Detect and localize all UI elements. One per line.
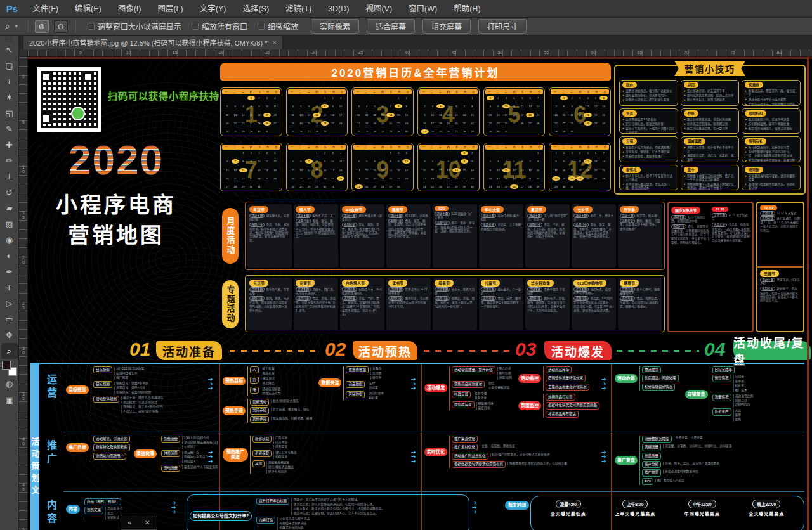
close-icon[interactable]: ✕ — [145, 519, 150, 526]
type-tool[interactable]: T — [1, 280, 18, 295]
branch-label: ROI — [642, 478, 653, 485]
tip-line: 分销海报一键转发，扩大传播范围 — [622, 150, 675, 154]
checkbox-icon[interactable] — [192, 23, 199, 30]
zoom-in-mode-button[interactable]: ⊕ — [35, 20, 49, 33]
clone-stamp-tool[interactable]: ⊥ — [1, 169, 18, 184]
marquee-tool[interactable]: ▢ — [1, 58, 18, 74]
branch: 新老客户占比客单复购 — [712, 408, 754, 422]
collapse-icon[interactable]: « — [128, 519, 132, 526]
leaf-line: 访问量 — [367, 386, 377, 390]
foreground-color-swatch[interactable] — [2, 361, 11, 370]
branch-label: 目标规划 — [93, 381, 112, 388]
day-cell: 10 — [494, 168, 502, 172]
magic-wand-tool[interactable]: ✶ — [1, 89, 18, 105]
options-button-1[interactable]: 适合屏幕 — [367, 19, 415, 34]
day-cell — [263, 184, 272, 189]
day-cell: 19 — [518, 113, 527, 117]
time-pill: 凌晨4:00 — [556, 500, 581, 508]
day-cell: 18 — [355, 176, 363, 181]
menu-item-8[interactable]: 视图(V) — [357, 0, 400, 18]
menu-item-9[interactable]: 窗口(W) — [400, 0, 445, 18]
branch-children: 对比2019年活动效果店铺同比增长率推广预算 — [114, 366, 144, 380]
day-cell: 18 — [510, 113, 518, 117]
menu-item-7[interactable]: 3D(D) — [320, 0, 357, 18]
document-tab[interactable]: 2020小程序电商营销地图.jpg @ 12.5% (扫码可以获得小程序扶持, … — [23, 35, 283, 49]
phase-dashes-2 — [617, 350, 699, 352]
industry-label: 适用行业 — [527, 223, 542, 227]
branch-children: 文案、海报图、活动海报 — [480, 444, 515, 448]
day-cell: 24 — [355, 129, 363, 134]
menu-item-4[interactable]: 文字(Y) — [192, 0, 235, 18]
options-button-0[interactable]: 实际像素 — [311, 19, 359, 34]
leaf-line: 朋友圈广告 — [182, 451, 208, 455]
day-cell — [232, 151, 240, 155]
options-button-2[interactable]: 填充屏幕 — [422, 19, 471, 34]
blur-tool[interactable]: ◉ — [1, 232, 18, 248]
leaf-line: 自媒体公众号合作 — [182, 455, 208, 459]
zoom-tool-icon[interactable]: ⌕ — [4, 21, 11, 32]
panel-grip[interactable]: ⣿⣿ — [5, 37, 14, 42]
day-cell: 28 — [379, 184, 387, 189]
day-cell: 8 — [534, 159, 542, 164]
color-swatches[interactable] — [2, 361, 17, 376]
tab-close-icon[interactable]: × — [272, 39, 276, 46]
checkbox-icon[interactable] — [258, 23, 265, 30]
options-button-3[interactable]: 打印尺寸 — [478, 19, 527, 34]
lasso-tool[interactable]: ≀ — [1, 74, 18, 89]
path-selection-tool[interactable]: ▷ — [1, 295, 18, 311]
calendar-month-12: 一二三四五六日121234567891011121314151617181920… — [549, 143, 611, 191]
screen-mode-button[interactable]: ▣ — [1, 392, 18, 408]
tool-preset-caret-icon[interactable]: ▾ — [15, 23, 18, 29]
pen-tool[interactable]: ✒ — [1, 264, 18, 280]
checkbox-icon[interactable] — [88, 23, 95, 30]
branch-label: 根据数据及时调整活动页面布局 — [452, 461, 506, 468]
branch: 货爆款测试热点爆品 — [250, 377, 280, 385]
menu-bar: Ps 文件(F)编辑(E)图像(I)图层(L)文字(Y)选择(S)滤镜(T)3D… — [0, 0, 812, 18]
eyedropper-tool[interactable]: ✎ — [1, 121, 18, 137]
option-checkbox-0[interactable]: 调整窗口大小以满屏显示 — [88, 21, 181, 32]
mindmap-cluster: 数据关注优惠券数据发券数使用数使用率商品数据支付访问量店铺数据访问转化率粉丝量 — [318, 366, 384, 400]
move-tool[interactable]: ↖ — [1, 42, 18, 58]
weekday-header: 一二三四五六日 — [485, 89, 544, 94]
option-checkbox-2[interactable]: 细微缩放 — [258, 21, 298, 32]
status-mini-panel[interactable]: «✕ — [121, 515, 157, 530]
branch: 商品流量 — [642, 453, 732, 460]
menu-item-3[interactable]: 图层(L) — [149, 0, 191, 18]
menu-item-0[interactable]: 文件(F) — [24, 0, 67, 18]
menu-item-1[interactable]: 编辑(E) — [67, 0, 110, 18]
crop-tool[interactable]: ◱ — [1, 105, 18, 121]
day-cell: 23 — [487, 184, 495, 189]
hand-tool[interactable]: ✥ — [1, 327, 18, 343]
ruler-number: 35 — [358, 50, 363, 55]
day-cell: 25 — [355, 184, 363, 189]
day-cell: 7 — [313, 104, 321, 108]
brush-tool[interactable]: ✏ — [1, 153, 18, 169]
option-checkbox-1[interactable]: 缩放所有窗口 — [192, 21, 247, 32]
history-brush-tool[interactable]: ↺ — [1, 184, 18, 200]
zoom-out-mode-button[interactable]: ⊖ — [54, 20, 68, 33]
date-grid: 1234567891011121314151617181920212223242… — [484, 150, 545, 191]
branch-label: 其他 — [252, 460, 265, 467]
day-cell: 3 — [255, 151, 263, 155]
shape-tool[interactable]: ▭ — [1, 311, 18, 327]
phase-banner-04: 活动收尾/复盘 — [733, 341, 811, 360]
healing-brush-tool[interactable]: ✚ — [1, 137, 18, 153]
day-cell: 2 — [247, 151, 256, 155]
eraser-tool[interactable]: ▰ — [1, 200, 18, 216]
day-cell: 24 — [421, 184, 429, 189]
dodge-tool[interactable]: ◐ — [1, 248, 18, 264]
menu-item-2[interactable]: 图像(I) — [110, 0, 150, 18]
menu-item-10[interactable]: 帮助(H) — [445, 0, 488, 18]
theme-label: 活动主题 — [435, 212, 450, 216]
menu-item-6[interactable]: 滤镜(T) — [277, 0, 320, 18]
monthly-card-8: 开学季活动主题新开学，新装备!适用行业数码、教育、书籍等，加装备类可主推开学季，… — [618, 204, 662, 268]
zoom-tool[interactable]: ⌕ — [1, 343, 18, 359]
gradient-tool[interactable]: ▨ — [1, 216, 18, 232]
document-canvas[interactable]: 扫码可以获得小程序扶持2020小程序电商营销地图2020营销日历&全年营销计划一… — [28, 57, 812, 530]
leaf-line: 访问数 — [733, 375, 747, 379]
ruler-number: 65 — [638, 50, 643, 55]
card-industry: 适用行业美妆、个护、食品、服饰等，甜蜜回礼套装推出 “浪漫 3.14 甜蜜回礼”… — [342, 297, 383, 316]
industry-label: 适用行业 — [712, 223, 727, 227]
menu-item-5[interactable]: 选择(S) — [234, 0, 277, 18]
quick-mask-button[interactable]: ◍ — [1, 376, 18, 392]
